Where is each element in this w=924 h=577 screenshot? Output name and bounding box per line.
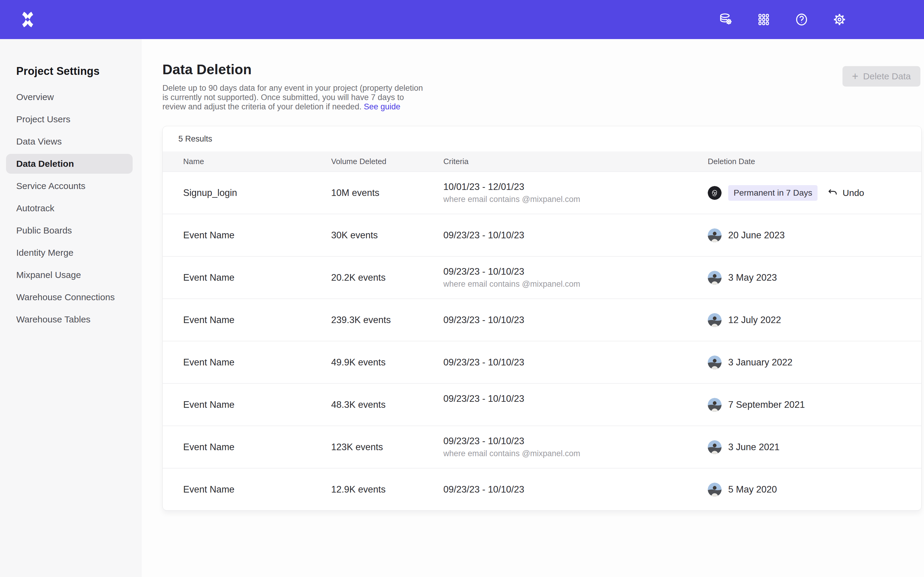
row-volume: 49.9K events [331,357,443,368]
sidebar-item-warehouse-tables[interactable]: Warehouse Tables [0,308,141,330]
avatar [708,440,722,454]
settings-gear-icon[interactable] [832,12,847,27]
deletion-date: 20 June 2023 [728,230,785,241]
main-content: Data Deletion Delete up to 90 days data … [141,39,924,577]
deletion-date: 3 June 2021 [728,442,780,453]
deletion-date: 3 May 2023 [728,272,777,283]
column-header-volume-deleted: Volume Deleted [331,157,443,166]
row-criteria-filter: where email contains @mixpanel.com [443,279,708,289]
sidebar-item-mixpanel-usage[interactable]: Mixpanel Usage [0,264,141,286]
undo-button[interactable]: Undo [827,187,864,198]
row-volume: 123K events [331,442,443,453]
deletion-date: 5 May 2020 [728,484,777,495]
delete-data-button[interactable]: + Delete Data [843,66,921,87]
column-header-criteria: Criteria [443,157,708,166]
project-settings-sidebar: Project Settings Overview Project Users … [0,39,141,577]
row-volume: 20.2K events [331,272,443,283]
row-criteria: 09/23/23 - 10/10/23 [443,436,708,446]
table-header-row: Name Volume Deleted Criteria Deletion Da… [163,152,921,171]
column-header-name: Name [183,157,331,166]
table-row: Event Name 239.3K events 09/23/23 - 10/1… [163,298,921,341]
avatar [708,313,722,327]
avatar [708,356,722,369]
sidebar-item-public-boards[interactable]: Public Boards [0,219,141,242]
table-row: Signup_login 10M events 10/01/23 - 12/01… [163,171,921,214]
sidebar-item-overview[interactable]: Overview [0,86,141,108]
sidebar-item-data-views[interactable]: Data Views [0,131,141,153]
row-name: Event Name [183,357,331,368]
table-row: Event Name 123K events 09/23/23 - 10/10/… [163,425,921,468]
row-name: Signup_login [183,187,331,198]
page-description: Delete up to 90 days data for any event … [162,84,427,111]
mixpanel-logo-icon[interactable] [20,12,36,27]
data-management-icon[interactable] [718,12,733,27]
row-criteria-filter: where email contains @mixpanel.com [443,449,708,458]
row-criteria: 09/23/23 - 10/10/23 [443,484,708,495]
row-criteria: 09/23/23 - 10/10/23 [443,266,708,277]
table-row: Event Name 30K events 09/23/23 - 10/10/2… [163,214,921,256]
row-criteria: 10/01/23 - 12/01/23 [443,182,708,192]
row-volume: 12.9K events [331,484,443,495]
row-volume: 239.3K events [331,315,443,326]
deletion-requests-card: 5 Results Name Volume Deleted Criteria D… [162,126,922,511]
column-header-deletion-date: Deletion Date [708,157,921,166]
row-name: Event Name [183,272,331,283]
sidebar-item-identity-merge[interactable]: Identity Merge [0,242,141,264]
table-row: Event Name 12.9K events 09/23/23 - 10/10… [163,468,921,510]
table-row: Event Name 20.2K events 09/23/23 - 10/10… [163,256,921,298]
row-name: Event Name [183,230,331,241]
avatar [708,186,722,200]
row-volume: 48.3K events [331,400,443,410]
row-volume: 30K events [331,230,443,241]
avatar [708,483,722,496]
see-guide-link[interactable]: See guide [363,102,401,111]
sidebar-item-service-accounts[interactable]: Service Accounts [0,175,141,197]
table-row: Event Name 49.9K events 09/23/23 - 10/10… [163,341,921,383]
apps-grid-icon[interactable] [756,12,771,27]
deletion-date: 7 September 2021 [728,400,805,410]
row-criteria: 09/23/23 - 10/10/23 [443,357,708,368]
top-navigation-bar [0,0,924,39]
row-criteria: 09/23/23 - 10/10/23 [443,315,708,326]
row-volume: 10M events [331,187,443,198]
page-title: Data Deletion [162,61,427,77]
row-name: Event Name [183,315,331,326]
sidebar-title: Project Settings [16,65,141,77]
avatar [708,398,722,412]
sidebar-item-data-deletion[interactable]: Data Deletion [6,154,132,174]
undo-label: Undo [843,188,864,198]
plus-icon: + [852,71,858,82]
results-count: 5 Results [163,126,921,152]
sidebar-item-autotrack[interactable]: Autotrack [0,197,141,219]
avatar [708,271,722,285]
row-criteria: 09/23/23 - 10/10/23 [443,230,708,241]
row-criteria-filter: where email contains @mixpanel.com [443,195,708,204]
avatar [708,228,722,242]
row-name: Event Name [183,400,331,410]
undo-icon [827,187,838,198]
delete-data-button-label: Delete Data [863,71,911,81]
sidebar-item-project-users[interactable]: Project Users [0,108,141,131]
sidebar-item-warehouse-connections[interactable]: Warehouse Connections [0,286,141,308]
deletion-date: 12 July 2022 [728,315,781,326]
status-badge: Permanent in 7 Days [728,185,817,201]
row-criteria: 09/23/23 - 10/10/23 [443,393,708,404]
deletion-date: 3 January 2022 [728,357,793,368]
table-row: Event Name 48.3K events 09/23/23 - 10/10… [163,383,921,425]
topbar-icon-group [718,12,847,27]
row-name: Event Name [183,484,331,495]
row-name: Event Name [183,442,331,453]
row-criteria-spacer [443,406,708,416]
help-icon[interactable] [794,12,809,27]
